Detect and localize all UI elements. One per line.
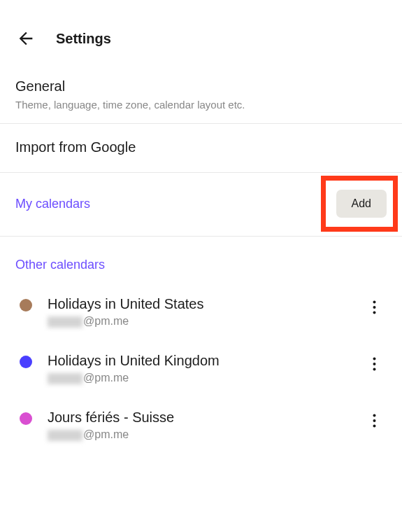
other-calendars-title: Other calendars xyxy=(15,258,387,272)
page-title: Settings xyxy=(56,31,111,47)
calendar-name: Holidays in United Kingdom xyxy=(48,353,350,369)
calendar-email: @pm.me xyxy=(48,372,350,384)
svg-point-3 xyxy=(373,358,375,360)
my-calendars-row: My calendars Add xyxy=(0,173,402,237)
more-menu-button[interactable] xyxy=(366,299,382,316)
calendar-info: Holidays in United States @pm.me xyxy=(48,296,350,328)
obscured-text xyxy=(48,316,82,328)
more-menu-button[interactable] xyxy=(366,412,382,429)
email-suffix: @pm.me xyxy=(83,372,129,384)
import-section[interactable]: Import from Google xyxy=(0,124,402,173)
more-vertical-icon xyxy=(373,300,376,314)
calendar-color-dot xyxy=(20,299,32,312)
svg-point-5 xyxy=(373,368,375,371)
other-calendars-section: Other calendars Holidays in United State… xyxy=(0,237,402,468)
calendar-color-dot xyxy=(20,412,32,425)
calendar-name: Jours fériés - Suisse xyxy=(48,410,350,426)
svg-point-6 xyxy=(373,414,375,417)
svg-point-0 xyxy=(373,301,375,304)
calendar-info: Jours fériés - Suisse @pm.me xyxy=(48,410,350,441)
svg-point-4 xyxy=(373,363,375,365)
calendar-color-dot xyxy=(20,356,32,368)
more-menu-button[interactable] xyxy=(366,356,382,372)
svg-point-2 xyxy=(373,312,375,314)
calendar-name: Holidays in United States xyxy=(48,296,350,312)
arrow-left-icon xyxy=(16,29,36,48)
general-subtitle: Theme, language, time zone, calendar lay… xyxy=(15,99,387,111)
calendar-email: @pm.me xyxy=(48,315,350,328)
my-calendars-title: My calendars xyxy=(15,197,90,211)
more-vertical-icon xyxy=(373,414,376,428)
import-title: Import from Google xyxy=(15,139,387,155)
obscured-text xyxy=(48,430,82,441)
calendar-item[interactable]: Holidays in United Kingdom @pm.me xyxy=(15,347,387,404)
back-button[interactable] xyxy=(15,28,36,49)
calendar-email: @pm.me xyxy=(48,428,350,441)
general-title: General xyxy=(15,78,387,94)
obscured-text xyxy=(48,373,82,384)
svg-point-7 xyxy=(373,419,375,422)
email-suffix: @pm.me xyxy=(83,428,129,440)
calendar-item[interactable]: Holidays in United States @pm.me xyxy=(15,290,387,347)
calendar-item[interactable]: Jours fériés - Suisse @pm.me xyxy=(15,404,387,461)
add-calendar-button[interactable]: Add xyxy=(336,190,387,218)
email-suffix: @pm.me xyxy=(83,315,129,327)
header: Settings xyxy=(0,0,402,69)
general-section[interactable]: General Theme, language, time zone, cale… xyxy=(0,69,402,124)
calendar-info: Holidays in United Kingdom @pm.me xyxy=(48,353,350,384)
svg-point-1 xyxy=(373,306,375,309)
svg-point-8 xyxy=(373,425,375,428)
more-vertical-icon xyxy=(373,357,376,371)
